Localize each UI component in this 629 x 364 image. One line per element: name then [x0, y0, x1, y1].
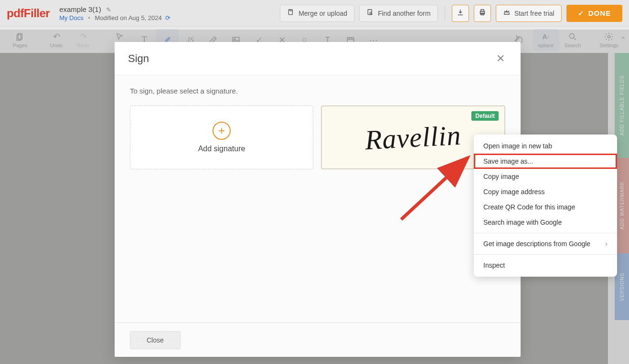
ctx-copy-image[interactable]: Copy image — [474, 169, 617, 184]
ctx-search-google[interactable]: Search image with Google — [474, 215, 617, 230]
close-button[interactable]: Close — [130, 331, 181, 349]
crown-icon — [503, 9, 511, 18]
ctx-qr-label: Create QR Code for this image — [483, 203, 575, 211]
ctx-desc-label: Get image descriptions from Google — [483, 240, 590, 248]
add-signature-card[interactable]: + Add signature — [130, 105, 313, 169]
sign-modal: Sign ✕ To sign, please select a signatur… — [115, 42, 521, 357]
modal-header: Sign ✕ — [115, 42, 521, 75]
ctx-get-descriptions[interactable]: Get image descriptions from Google › — [474, 236, 617, 251]
ctx-save-image-as[interactable]: Save image as... — [474, 154, 617, 169]
close-label: Close — [147, 336, 164, 344]
document-name: example 3(1) — [59, 5, 101, 13]
default-badge: Default — [471, 111, 499, 121]
start-trial-button[interactable]: Start free trial — [496, 5, 562, 22]
ctx-separator — [474, 233, 617, 233]
modal-footer: Close — [115, 322, 521, 357]
check-icon: ✓ — [578, 9, 585, 18]
done-button[interactable]: ✓ DONE — [566, 5, 622, 22]
ctx-search-label: Search image with Google — [483, 218, 562, 226]
download-button[interactable] — [452, 5, 469, 22]
modal-close-button[interactable]: ✕ — [494, 52, 507, 65]
ctx-inspect[interactable]: Inspect — [474, 258, 617, 273]
trial-label: Start free trial — [514, 10, 554, 17]
document-subline: My Docs • Modified on Aug 5, 2024 ⟳ — [59, 14, 171, 21]
document-title-block: example 3(1) ✎ My Docs • Modified on Aug… — [59, 5, 171, 21]
ctx-copy-addr-label: Copy image address — [483, 188, 544, 196]
find-form-button[interactable]: Find another form — [359, 5, 438, 22]
document-icon — [287, 9, 295, 18]
svg-rect-0 — [289, 10, 293, 15]
chevron-right-icon: › — [605, 240, 608, 248]
signature-row: + Add signature Default Ravellin ✎ — [130, 105, 505, 169]
add-signature-label: Add signature — [198, 145, 245, 153]
modified-text: Modified on Aug 5, 2024 — [95, 14, 162, 21]
rename-icon[interactable]: ✎ — [106, 6, 111, 13]
history-icon[interactable]: ⟳ — [165, 14, 171, 21]
ctx-copy-address[interactable]: Copy image address — [474, 184, 617, 199]
ctx-open-new-tab[interactable]: Open image in new tab — [474, 138, 617, 154]
merge-label: Merge or upload — [299, 10, 347, 17]
brand-logo: pdfFiller — [7, 7, 50, 20]
app-header: pdfFiller example 3(1) ✎ My Docs • Modif… — [0, 0, 629, 26]
ctx-save-label: Save image as... — [483, 157, 533, 165]
signature-image: Ravellin — [364, 119, 462, 156]
print-button[interactable] — [474, 5, 491, 22]
modal-body: To sign, please select a signature. + Ad… — [115, 75, 521, 181]
context-menu: Open image in new tab Save image as... C… — [474, 135, 617, 277]
close-icon: ✕ — [496, 52, 505, 65]
breadcrumb-link[interactable]: My Docs — [59, 14, 84, 21]
done-label: DONE — [588, 9, 611, 17]
document-title[interactable]: example 3(1) ✎ — [59, 5, 171, 13]
ctx-inspect-label: Inspect — [483, 261, 505, 269]
sign-instruction: To sign, please select a signature. — [130, 87, 505, 95]
merge-upload-button[interactable]: Merge or upload — [280, 5, 354, 22]
plus-circle-icon: + — [213, 122, 231, 140]
svg-rect-4 — [481, 10, 484, 11]
ctx-open-label: Open image in new tab — [483, 142, 552, 150]
header-actions: Merge or upload Find another form Start … — [280, 5, 622, 22]
ctx-copy-label: Copy image — [483, 173, 519, 180]
find-label: Find another form — [378, 10, 431, 17]
ctx-separator — [474, 254, 617, 255]
modal-title: Sign — [128, 52, 149, 65]
divider — [445, 6, 445, 21]
search-document-icon — [366, 9, 374, 18]
separator-dot: • — [88, 14, 90, 21]
print-icon — [478, 8, 487, 19]
ctx-create-qr[interactable]: Create QR Code for this image — [474, 199, 617, 215]
download-icon — [456, 8, 465, 19]
